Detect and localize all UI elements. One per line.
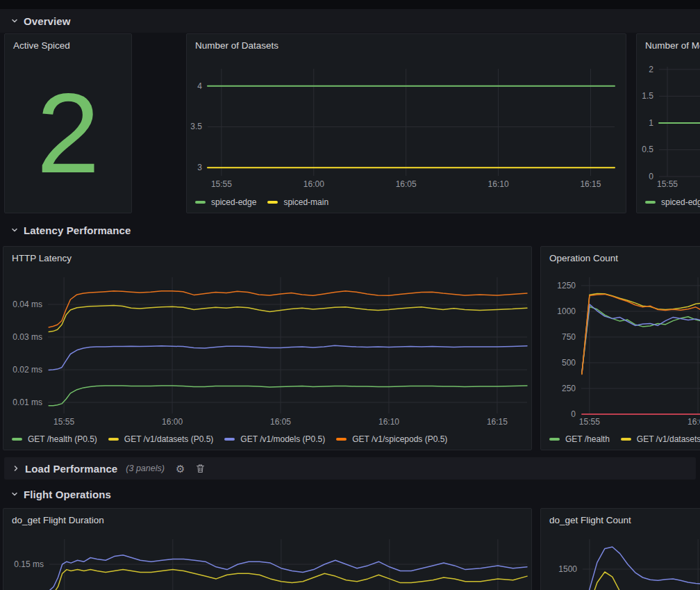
legend-item[interactable]: spiced-edge bbox=[195, 197, 256, 207]
y-tick-label: 0.04 ms bbox=[12, 300, 42, 309]
panel-title[interactable]: Number of Models bbox=[637, 34, 700, 51]
section-title: Flight Operations bbox=[24, 489, 111, 500]
legend-item[interactable]: GET /health (P0.5) bbox=[12, 434, 97, 444]
panel-title[interactable]: Active Spiced bbox=[5, 34, 131, 51]
y-tick-label: 0.15 ms bbox=[14, 559, 44, 569]
section-title: Overview bbox=[24, 15, 71, 27]
legend-swatch bbox=[108, 438, 119, 441]
legend-swatch bbox=[195, 201, 206, 204]
x-tick-label: 16:05 bbox=[270, 417, 291, 427]
legend-swatch bbox=[267, 201, 278, 204]
series-do_get count blue bbox=[583, 547, 700, 590]
legend-swatch bbox=[12, 438, 22, 441]
chart-legend: spiced-edgespiced-main bbox=[195, 197, 328, 207]
legend-swatch bbox=[621, 438, 631, 441]
panel-do-get-flight-duration: do_get Flight Duration 0.15 ms bbox=[3, 508, 532, 590]
trash-icon[interactable] bbox=[196, 464, 205, 473]
x-tick-label: 15:55 bbox=[579, 417, 600, 427]
legend-label: GET /health bbox=[565, 434, 610, 444]
legend-swatch bbox=[224, 438, 235, 441]
legend-label: spiced-main bbox=[283, 197, 328, 207]
stat-value: 2 bbox=[5, 54, 131, 213]
chart-legend: GET /health (P0.5)GET /v1/datasets (P0.5… bbox=[12, 434, 447, 444]
y-tick-label: 0 bbox=[649, 172, 653, 181]
chart-legend: spiced-edge bbox=[645, 197, 700, 207]
section-title: Load Performance bbox=[25, 463, 117, 475]
y-tick-label: 0.01 ms bbox=[12, 398, 42, 407]
x-tick-label: 16:10 bbox=[378, 417, 399, 427]
series-GET /v1/spicepods bbox=[582, 294, 700, 374]
legend-swatch bbox=[645, 201, 656, 204]
x-tick-label: 15:55 bbox=[657, 179, 678, 189]
panel-title[interactable]: do_get Flight Duration bbox=[3, 509, 531, 525]
legend-item[interactable]: GET /v1/datasets (P0.5) bbox=[108, 434, 214, 444]
panel-number-of-datasets: Number of Datasets 33.5415:5516:0016:051… bbox=[186, 33, 626, 213]
y-tick-label: 4 bbox=[197, 81, 202, 91]
y-tick-label: 1000 bbox=[557, 306, 576, 316]
chevron-down-icon bbox=[11, 17, 18, 24]
gear-icon[interactable]: ⚙ bbox=[176, 464, 185, 474]
series-GET /v1/datasets bbox=[582, 294, 700, 375]
panel-title[interactable]: HTTP Latency bbox=[3, 247, 531, 263]
y-tick-label: 3 bbox=[197, 163, 202, 172]
series-GET /v1/models (P0.5) bbox=[49, 345, 527, 370]
y-tick-label: 2 bbox=[649, 65, 653, 74]
legend-label: GET /v1/datasets bbox=[637, 434, 700, 444]
panel-number-of-models: Number of Models 00.511.5215:55 spiced-e… bbox=[636, 33, 700, 213]
legend-label: GET /v1/spicepods (P0.5) bbox=[352, 434, 447, 444]
section-header-overview[interactable]: Overview bbox=[0, 9, 700, 33]
series-do_get p50 bbox=[49, 555, 527, 590]
legend-label: GET /v1/models (P0.5) bbox=[240, 434, 325, 444]
legend-swatch bbox=[336, 438, 347, 441]
x-tick-label: 16:15 bbox=[487, 417, 508, 427]
legend-label: spiced-edge bbox=[211, 197, 256, 207]
panel-do-get-flight-count: do_get Flight Count 1500 bbox=[540, 508, 700, 590]
legend-item[interactable]: GET /v1/models (P0.5) bbox=[224, 434, 325, 444]
series-GET /v1/models bbox=[582, 304, 700, 372]
panel-count-label: (3 panels) bbox=[126, 464, 165, 473]
legend-item[interactable]: spiced-edge bbox=[645, 197, 700, 207]
y-tick-label: 1.5 bbox=[642, 91, 653, 101]
top-bar bbox=[0, 0, 700, 9]
y-tick-label: 0 bbox=[571, 409, 576, 419]
x-tick-label: 16:10 bbox=[488, 179, 509, 189]
chevron-down-icon bbox=[11, 491, 18, 498]
legend-item[interactable]: GET /health bbox=[549, 434, 610, 444]
legend-swatch bbox=[549, 438, 560, 441]
y-tick-label: 1250 bbox=[557, 281, 576, 290]
panel-title[interactable]: do_get Flight Count bbox=[541, 509, 700, 525]
legend-item[interactable]: GET /v1/spicepods (P0.5) bbox=[336, 434, 447, 444]
series-do_get p25 bbox=[49, 570, 527, 590]
panel-active-spiced: Active Spiced 2 bbox=[4, 33, 132, 213]
legend-label: spiced-edge bbox=[661, 197, 700, 207]
chevron-right-icon bbox=[12, 465, 19, 472]
chart-legend: GET /healthGET /v1/datasets bbox=[549, 434, 700, 444]
panel-operation-count: Operation Count 02505007501000125015:551… bbox=[540, 246, 700, 450]
legend-label: GET /health (P0.5) bbox=[28, 434, 97, 444]
panel-title[interactable]: Number of Datasets bbox=[187, 34, 626, 51]
section-header-flight-operations[interactable]: Flight Operations bbox=[0, 484, 700, 505]
panel-title[interactable]: Operation Count bbox=[541, 247, 700, 263]
chevron-down-icon bbox=[11, 227, 18, 233]
legend-label: GET /v1/datasets (P0.5) bbox=[124, 434, 214, 444]
x-tick-label: 16:00 bbox=[688, 417, 700, 427]
y-tick-label: 250 bbox=[562, 384, 576, 393]
panel-http-latency: HTTP Latency 0.01 ms0.02 ms0.03 ms0.04 m… bbox=[3, 246, 532, 450]
y-tick-label: 1 bbox=[649, 118, 653, 128]
series-GET /v1/datasets (P0.5) bbox=[49, 305, 527, 331]
y-tick-label: 3.5 bbox=[190, 122, 202, 131]
x-tick-label: 16:05 bbox=[396, 179, 417, 189]
section-header-load-performance[interactable]: Load Performance (3 panels) ⚙ bbox=[4, 457, 696, 480]
legend-item[interactable]: GET /v1/datasets bbox=[621, 434, 700, 444]
section-header-latency-performance[interactable]: Latency Performance bbox=[0, 220, 700, 240]
y-tick-label: 750 bbox=[562, 332, 576, 342]
y-tick-label: 0.02 ms bbox=[12, 365, 42, 375]
x-tick-label: 15:55 bbox=[211, 179, 232, 189]
x-tick-label: 16:00 bbox=[162, 417, 183, 427]
y-tick-label: 0.03 ms bbox=[12, 332, 42, 342]
y-tick-label: 1500 bbox=[558, 564, 577, 574]
y-tick-label: 0.5 bbox=[642, 145, 653, 154]
x-tick-label: 15:55 bbox=[53, 417, 74, 427]
section-title: Latency Performance bbox=[24, 224, 131, 236]
legend-item[interactable]: spiced-main bbox=[267, 197, 328, 207]
